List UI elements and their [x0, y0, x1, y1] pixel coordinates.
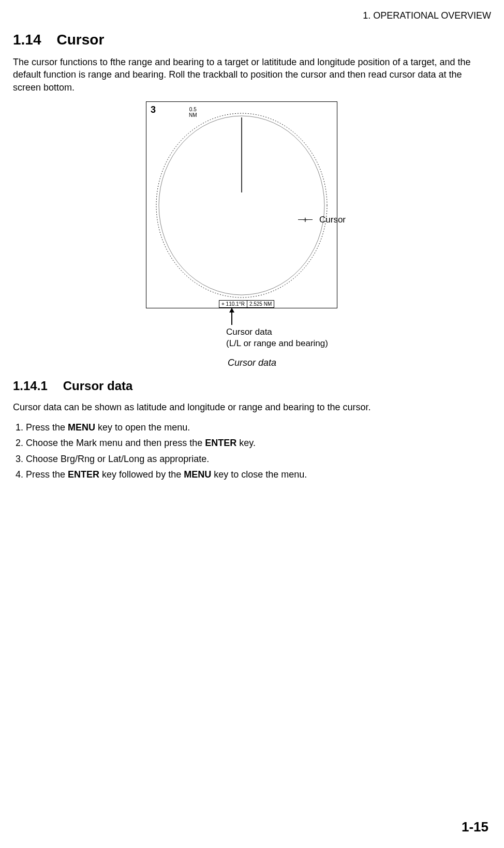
readout-range: 2.525 NM [247, 300, 274, 308]
radar-diagram: 3 0.5 NM + + 110.1°R 2.525 NM Cursor Cur… [136, 101, 368, 345]
section-number: 1.14 [13, 32, 41, 48]
subsection-heading: 1.14.1Cursor data [13, 379, 491, 393]
subsection-title: Cursor data [63, 379, 133, 393]
arrow-up-icon [231, 308, 232, 325]
step-2: Choose the Mark menu and then press the … [26, 437, 491, 450]
step-text: key to open the menu. [95, 422, 190, 433]
section-heading: 1.14Cursor [13, 32, 491, 48]
step-text: key followed by the [99, 469, 184, 480]
step-1: Press the MENU key to open the menu. [26, 421, 491, 434]
step-4: Press the ENTER key followed by the MENU… [26, 468, 491, 481]
readout-callout-label: Cursor data (L/L or range and bearing) [226, 326, 328, 349]
cursor-marker-icon: + [303, 216, 308, 224]
readout-callout-line2: (L/L or range and bearing) [226, 338, 328, 348]
callout-line [298, 219, 313, 220]
key-menu: MENU [184, 469, 211, 480]
intro-paragraph: The cursor functions to fthe range and b… [13, 56, 491, 94]
readout-callout-line1: Cursor data [226, 327, 272, 337]
page-number: 1-15 [462, 819, 488, 835]
cursor-data-readout: + 110.1°R 2.525 NM [219, 300, 274, 308]
section-title: Cursor [57, 32, 105, 48]
cursor-callout-label: Cursor [319, 215, 346, 225]
key-menu: MENU [68, 422, 95, 433]
step-text: Choose the Mark menu and then press the [26, 438, 205, 448]
key-enter: ENTER [205, 438, 236, 448]
radar-dial-icon [153, 110, 331, 301]
step-text: key. [236, 438, 256, 448]
step-3: Choose Brg/Rng or Lat/Long as appropriat… [26, 453, 491, 466]
steps-list: Press the MENU key to open the menu. Cho… [13, 421, 491, 481]
subsection-number: 1.14.1 [13, 379, 48, 393]
subsection-paragraph: Cursor data can be shown as latitude and… [13, 401, 491, 413]
key-enter: ENTER [68, 469, 99, 480]
radar-box: 3 0.5 NM + + 110.1°R 2.525 NM [146, 101, 337, 308]
figure-caption: Cursor data [228, 358, 276, 368]
step-text: Press the [26, 422, 68, 433]
page-header: 1. OPERATIONAL OVERVIEW [13, 10, 491, 21]
readout-bearing: + 110.1°R [219, 300, 247, 308]
step-text: Press the [26, 469, 68, 480]
figure: 3 0.5 NM + + 110.1°R 2.525 NM Cursor Cur… [13, 101, 491, 368]
step-text: key to close the menu. [211, 469, 307, 480]
